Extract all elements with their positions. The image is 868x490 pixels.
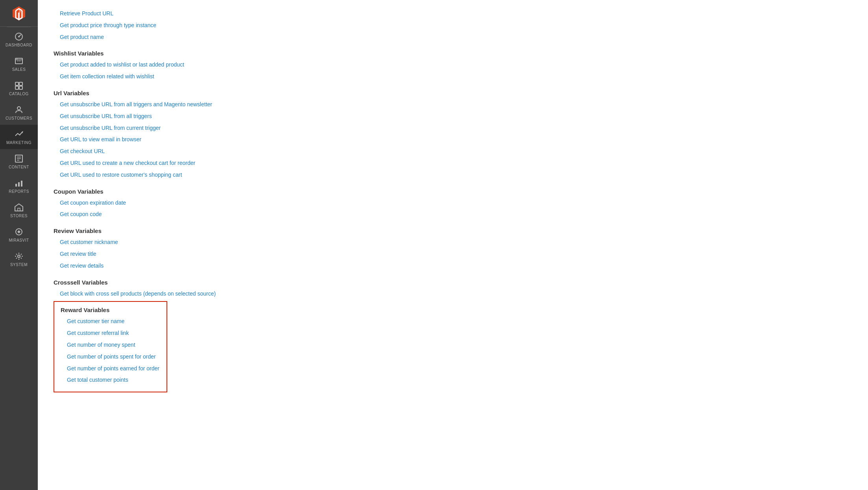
catalog-icon (14, 81, 24, 90)
section-product-links: Retrieve Product URL Get product price t… (54, 8, 852, 43)
link-block-cross-sell[interactable]: Get block with cross sell products (depe… (54, 288, 852, 300)
sidebar-item-label-customers: CUSTOMERS (6, 116, 32, 121)
svg-rect-8 (15, 86, 19, 89)
sidebar-item-dashboard[interactable]: DASHBOARD (0, 27, 38, 52)
svg-rect-17 (18, 182, 20, 187)
link-number-points-earned-order[interactable]: Get number of points earned for order (61, 363, 159, 375)
sidebar-item-content[interactable]: CONTENT (0, 149, 38, 174)
sidebar-item-marketing[interactable]: MARKETING (0, 125, 38, 149)
svg-rect-6 (15, 82, 19, 85)
sales-icon (14, 56, 24, 66)
link-review-title[interactable]: Get review title (54, 248, 852, 260)
link-get-item-collection[interactable]: Get item collection related with wishlis… (54, 71, 852, 83)
svg-rect-7 (19, 82, 22, 85)
header-reward-variables: Reward Variables (61, 307, 159, 313)
marketing-icon (14, 129, 24, 139)
link-number-points-spent-order[interactable]: Get number of points spent for order (61, 351, 159, 363)
link-get-product-added-to-wishlist[interactable]: Get product added to wishlist or last ad… (54, 59, 852, 71)
mirasvit-icon (14, 227, 24, 237)
sidebar-item-label-sales: SALES (12, 67, 26, 72)
link-unsubscribe-all-triggers-magento[interactable]: Get unsubscribe URL from all triggers an… (54, 99, 852, 111)
system-icon (14, 251, 24, 261)
svg-rect-18 (21, 181, 22, 187)
svg-point-5 (17, 59, 17, 59)
sidebar-logo (0, 0, 38, 27)
sidebar-item-sales[interactable]: SALES (0, 52, 38, 76)
main-content: Retrieve Product URL Get product price t… (38, 0, 868, 490)
header-crosssell-variables: Crosssell Variables (54, 279, 852, 286)
sidebar-item-reports[interactable]: REPORTS (0, 174, 38, 198)
header-review-variables: Review Variables (54, 227, 852, 234)
link-customer-tier-name[interactable]: Get customer tier name (61, 316, 159, 327)
magento-logo-icon (10, 5, 28, 22)
header-coupon-variables: Coupon Variables (54, 188, 852, 195)
link-customer-referral-link[interactable]: Get customer referral link (61, 327, 159, 339)
link-unsubscribe-current-trigger[interactable]: Get unsubscribe URL from current trigger (54, 122, 852, 134)
svg-rect-4 (15, 58, 22, 64)
sidebar-item-catalog[interactable]: CATALOG (0, 76, 38, 100)
header-wishlist-variables: Wishlist Variables (54, 50, 852, 57)
link-get-product-price[interactable]: Get product price through type instance (54, 20, 852, 31)
svg-rect-16 (15, 184, 17, 187)
link-url-view-email-browser[interactable]: Get URL to view email in browser (54, 134, 852, 146)
sidebar-item-mirasvit[interactable]: MIRASVIT (0, 222, 38, 247)
section-coupon-variables: Coupon Variables Get coupon expiration d… (54, 188, 852, 221)
link-retrieve-product-url[interactable]: Retrieve Product URL (54, 8, 852, 20)
sidebar-item-customers[interactable]: CUSTOMERS (0, 100, 38, 125)
svg-point-21 (18, 255, 20, 257)
link-url-new-checkout-cart[interactable]: Get URL used to create a new checkout ca… (54, 157, 852, 169)
sidebar-item-label-reports: REPORTS (9, 189, 29, 194)
svg-point-10 (17, 107, 20, 110)
content-icon (14, 154, 24, 163)
link-coupon-code[interactable]: Get coupon code (54, 209, 852, 220)
section-crosssell-variables: Crosssell Variables Get block with cross… (54, 279, 852, 300)
section-review-variables: Review Variables Get customer nickname G… (54, 227, 852, 272)
section-reward-variables-box: Reward Variables Get customer tier name … (54, 301, 167, 392)
sidebar-item-label-content: CONTENT (9, 165, 29, 170)
sidebar-item-label-system: SYSTEM (10, 263, 28, 267)
sidebar-item-system[interactable]: SYSTEM (0, 247, 38, 271)
svg-point-3 (18, 36, 20, 37)
dashboard-icon (14, 32, 24, 41)
svg-rect-9 (19, 86, 22, 89)
section-url-variables: Url Variables Get unsubscribe URL from a… (54, 90, 852, 181)
sidebar-item-stores[interactable]: STORES (0, 198, 38, 222)
link-get-product-name[interactable]: Get product name (54, 31, 852, 43)
link-coupon-expiration-date[interactable]: Get coupon expiration date (54, 197, 852, 209)
link-total-customer-points[interactable]: Get total customer points (61, 374, 159, 386)
svg-rect-19 (18, 208, 20, 211)
customers-icon (14, 105, 24, 115)
stores-icon (14, 203, 24, 212)
link-customer-nickname[interactable]: Get customer nickname (54, 237, 852, 248)
link-number-money-spent[interactable]: Get number of money spent (61, 339, 159, 351)
header-url-variables: Url Variables (54, 90, 852, 96)
sidebar-item-label-stores: STORES (10, 214, 28, 218)
reports-icon (14, 178, 24, 188)
link-url-restore-shopping-cart[interactable]: Get URL used to restore customer's shopp… (54, 169, 852, 181)
sidebar-item-label-mirasvit: MIRASVIT (9, 238, 29, 243)
link-unsubscribe-all-triggers[interactable]: Get unsubscribe URL from all triggers (54, 111, 852, 122)
link-review-details[interactable]: Get review details (54, 260, 852, 272)
sidebar-item-label-marketing: MARKETING (6, 141, 31, 145)
sidebar-item-label-catalog: CATALOG (9, 92, 29, 96)
section-wishlist-variables: Wishlist Variables Get product added to … (54, 50, 852, 83)
sidebar: DASHBOARD SALES CATALOG CUSTOMERS (0, 0, 38, 490)
sidebar-item-label-dashboard: DASHBOARD (6, 43, 32, 48)
link-checkout-url[interactable]: Get checkout URL (54, 146, 852, 157)
